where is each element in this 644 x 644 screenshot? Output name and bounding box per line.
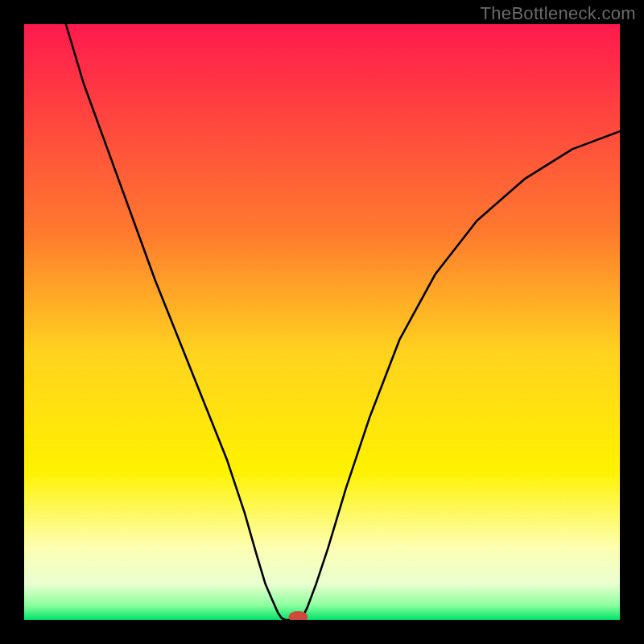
bottleneck-chart (24, 24, 620, 620)
chart-background (24, 24, 620, 620)
plot-container (24, 24, 620, 620)
viewport: TheBottleneck.com (0, 0, 644, 644)
watermark-label: TheBottleneck.com (481, 3, 636, 24)
